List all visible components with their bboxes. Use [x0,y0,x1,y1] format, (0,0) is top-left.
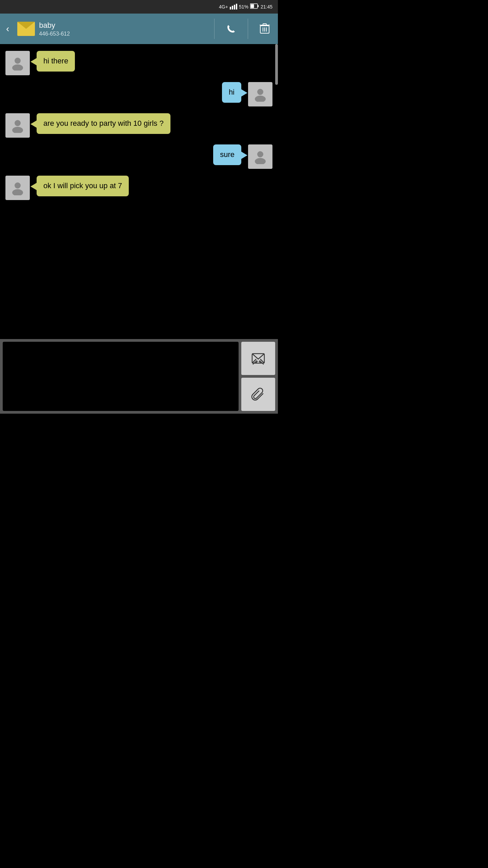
message-row: hi there [5,51,272,75]
contact-phone: 446-653-612 [39,31,207,37]
message-row: sure [5,144,272,169]
delete-button[interactable] [255,20,274,37]
svg-rect-1 [232,6,233,9]
scrollbar[interactable] [275,44,278,85]
header: ‹ baby 446-653-612 [0,14,278,44]
svg-point-22 [12,189,23,195]
bottom-bar [0,339,278,414]
contact-info: baby 446-653-612 [39,21,207,37]
message-row: are you ready to party with 10 girls ? [5,113,272,138]
svg-point-20 [255,158,266,164]
message-bubble: ok I will pick you up at 7 [37,176,129,196]
battery-icon [250,3,259,10]
avatar [248,82,272,106]
page-container: 4G+ 51% 21:45 ‹ [0,0,278,414]
avatar [5,176,30,200]
back-button[interactable]: ‹ [3,21,12,37]
network-type: 4G+ [219,4,228,9]
svg-rect-3 [236,4,237,9]
avatar [5,51,30,75]
status-bar: 4G+ 51% 21:45 [0,0,278,14]
svg-rect-2 [234,5,235,9]
message-text: ok I will pick you up at 7 [43,181,122,190]
svg-point-18 [12,127,23,133]
svg-point-16 [255,96,266,102]
message-text: hi there [43,57,68,65]
message-bubble: hi [222,82,241,103]
message-text: are you ready to party with 10 girls ? [43,119,164,127]
svg-rect-6 [250,4,254,8]
avatar [248,144,272,169]
svg-point-17 [15,120,21,126]
messages-area: hi there hi are [0,44,278,339]
message-input[interactable] [3,342,239,411]
svg-point-13 [15,58,21,64]
header-divider-2 [248,19,248,39]
signal-icon [230,3,237,11]
send-button[interactable] [241,342,275,375]
message-text: hi [229,88,235,96]
battery-percent: 51% [239,4,248,9]
header-divider [214,19,215,39]
call-button[interactable] [221,21,241,37]
message-row: hi [5,82,272,106]
svg-rect-9 [263,24,266,25]
message-text: sure [220,150,235,159]
svg-rect-5 [258,5,259,7]
message-bubble: are you ready to party with 10 girls ? [37,113,170,134]
svg-point-21 [15,182,21,189]
svg-point-14 [12,64,23,71]
contact-name: baby [39,21,207,30]
time-display: 21:45 [261,4,272,9]
envelope-icon [17,22,35,36]
svg-point-15 [257,89,263,95]
bottom-actions [241,342,275,411]
message-row: ok I will pick you up at 7 [5,176,272,200]
svg-point-19 [257,151,263,157]
avatar [5,113,30,138]
attach-button[interactable] [241,378,275,411]
status-icons: 4G+ 51% 21:45 [219,3,272,11]
svg-rect-0 [230,7,231,9]
message-bubble: hi there [37,51,75,72]
message-bubble: sure [213,144,241,165]
